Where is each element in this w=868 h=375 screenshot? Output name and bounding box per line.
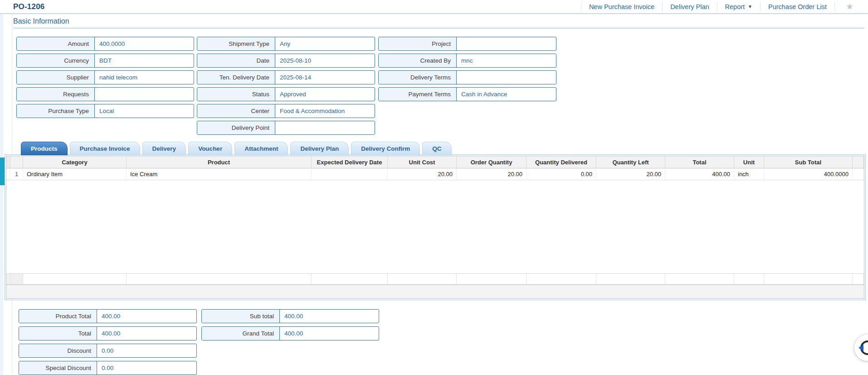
created-by-field: Created By mnc	[378, 54, 556, 68]
product-total-field: Product Total 400.00	[19, 309, 197, 323]
new-cell-quantity-delivered[interactable]	[527, 274, 596, 284]
new-cell-category[interactable]	[23, 274, 127, 284]
totals-left-column: Product Total 400.00 Total 400.00 Discou…	[19, 309, 197, 375]
tab-delivery-confirm[interactable]: Delivery Confirm	[351, 142, 420, 155]
table-new-row[interactable]	[6, 273, 864, 285]
tab-delivery[interactable]: Delivery	[142, 142, 186, 155]
tentative-delivery-date-label: Ten. Delivery Date	[197, 71, 275, 84]
col-quantity-delivered[interactable]: Quantity Delivered	[527, 156, 596, 168]
new-row-spacer-cell	[853, 274, 864, 284]
cell-category[interactable]: Ordinary Item	[23, 168, 127, 180]
cell-quantity-delivered[interactable]: 0.00	[527, 168, 596, 180]
new-cell-unit-cost[interactable]	[388, 274, 457, 284]
amount-value[interactable]: 400.0000	[95, 37, 194, 50]
cell-product[interactable]: Ice Cream	[127, 168, 312, 180]
requests-value[interactable]	[95, 88, 194, 101]
center-value[interactable]: Food & Accommodation	[275, 104, 375, 118]
special-discount-value[interactable]: 0.00	[97, 361, 196, 375]
active-section-indicator-bar	[0, 158, 5, 185]
tab-voucher[interactable]: Voucher	[188, 142, 232, 155]
supplier-field: Supplier nahid telecom	[16, 70, 194, 84]
col-product[interactable]: Product	[127, 156, 312, 168]
project-value[interactable]	[457, 37, 556, 50]
tab-purchase-invoice[interactable]: Purchase Invoice	[70, 142, 140, 155]
cell-unit-cost[interactable]: 20.00	[388, 168, 457, 180]
products-table-header: Category Product Expected Delivery Date …	[6, 156, 864, 168]
col-order-quantity[interactable]: Order Quantity	[457, 156, 527, 168]
tab-products[interactable]: Products	[21, 142, 68, 155]
product-total-label: Product Total	[19, 310, 97, 323]
delivery-point-label: Delivery Point	[197, 121, 275, 134]
date-value[interactable]: 2025-08-10	[275, 54, 375, 67]
new-purchase-invoice-link[interactable]: New Purchase Invoice	[581, 2, 662, 11]
delivery-terms-field: Delivery Terms	[378, 70, 556, 84]
report-dropdown[interactable]: Report ▼	[717, 2, 760, 11]
top-bar: PO-1206 New Purchase Invoice Delivery Pl…	[0, 0, 868, 14]
new-cell-sub-total[interactable]	[764, 274, 853, 284]
total-label: Total	[19, 327, 97, 340]
delivery-terms-label: Delivery Terms	[379, 71, 457, 84]
collapse-previous-button[interactable]	[854, 335, 868, 361]
col-category[interactable]: Category	[23, 156, 127, 168]
tentative-delivery-date-value[interactable]: 2025-08-14	[275, 71, 375, 84]
purchase-type-field: Purchase Type Local	[16, 104, 194, 118]
status-value[interactable]: Approved	[275, 88, 375, 101]
cell-unit[interactable]: inch	[734, 168, 764, 180]
row-number-header-cell	[10, 156, 23, 168]
favorite-slot: ★	[834, 2, 863, 11]
cell-quantity-left[interactable]: 20.00	[596, 168, 665, 180]
delivery-point-value[interactable]	[275, 121, 375, 134]
purchase-type-value[interactable]: Local	[95, 104, 194, 118]
tab-qc[interactable]: QC	[422, 142, 451, 155]
discount-field: Discount 0.00	[19, 344, 197, 358]
currency-value[interactable]: BDT	[95, 54, 194, 67]
center-field: Center Food & Accommodation	[197, 104, 375, 118]
form-column-1: Amount 400.0000 Currency BDT Supplier na…	[16, 37, 194, 118]
col-quantity-left[interactable]: Quantity Left	[596, 156, 665, 168]
tab-delivery-plan[interactable]: Delivery Plan	[290, 142, 349, 155]
grand-total-value: 400.00	[280, 327, 379, 340]
new-cell-total[interactable]	[665, 274, 734, 284]
special-discount-field: Special Discount 0.00	[19, 361, 197, 375]
new-cell-unit[interactable]	[734, 274, 764, 284]
new-cell-order-quantity[interactable]	[457, 274, 527, 284]
col-total[interactable]: Total	[665, 156, 734, 168]
new-cell-quantity-left[interactable]	[596, 274, 665, 284]
created-by-value[interactable]: mnc	[457, 54, 556, 67]
requests-label: Requests	[17, 88, 95, 101]
star-icon[interactable]: ★	[846, 2, 853, 11]
cell-expected-delivery-date[interactable]	[312, 168, 388, 180]
cell-order-quantity[interactable]: 20.00	[457, 168, 527, 180]
chevron-down-icon: ▼	[748, 4, 752, 9]
table-row[interactable]: 1 Ordinary Item Ice Cream 20.00 20.00 0.…	[6, 168, 864, 180]
header-spacer-cell	[853, 156, 864, 168]
row-handle-header-cell	[6, 156, 10, 168]
date-field: Date 2025-08-10	[197, 54, 375, 68]
col-unit-cost[interactable]: Unit Cost	[388, 156, 457, 168]
supplier-value[interactable]: nahid telecom	[95, 71, 194, 84]
created-by-label: Created By	[379, 54, 457, 67]
cell-total[interactable]: 400.00	[665, 168, 734, 180]
payment-terms-value[interactable]: Cash in Advance	[457, 88, 556, 101]
grand-total-label: Grand Total	[202, 327, 280, 340]
shipment-type-value[interactable]: Any	[275, 37, 375, 50]
amount-label: Amount	[17, 37, 95, 50]
date-label: Date	[197, 54, 275, 67]
totals-right-column: Sub total 400.00 Grand Total 400.00	[201, 309, 379, 340]
discount-value[interactable]: 0.00	[97, 344, 196, 357]
requests-field: Requests	[16, 87, 194, 101]
delivery-point-field: Delivery Point	[197, 121, 375, 135]
delivery-plan-link[interactable]: Delivery Plan	[662, 2, 717, 11]
supplier-label: Supplier	[17, 71, 95, 84]
special-discount-label: Special Discount	[19, 361, 97, 375]
col-expected-delivery-date[interactable]: Expected Delivery Date	[312, 156, 388, 168]
new-cell-product[interactable]	[127, 274, 312, 284]
col-unit[interactable]: Unit	[734, 156, 764, 168]
delivery-terms-value[interactable]	[457, 71, 556, 84]
purchase-order-list-link[interactable]: Purchase Order List	[760, 2, 834, 11]
col-sub-total[interactable]: Sub Total	[764, 156, 853, 168]
new-cell-expected-delivery-date[interactable]	[312, 274, 388, 284]
cell-sub-total[interactable]: 400.0000	[764, 168, 853, 180]
tab-attachment[interactable]: Attachment	[234, 142, 288, 155]
status-label: Status	[197, 88, 275, 101]
